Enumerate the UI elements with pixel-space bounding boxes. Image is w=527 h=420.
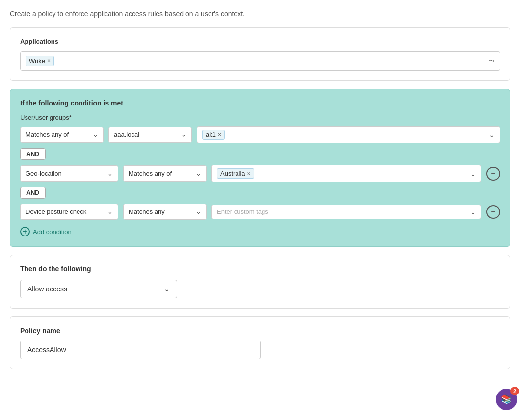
policy-section: Policy name [10,316,510,369]
allow-access-chevron-icon: ⌄ [164,285,170,293]
and-badge-1: AND [20,148,46,160]
add-condition-label: Add condition [33,228,72,236]
wrike-tag-remove[interactable]: × [47,58,51,64]
user-groups-label: User/user groups* [20,114,500,121]
row2-remove-icon: − [491,170,495,178]
row3-matches-chevron-icon: ⌄ [196,208,201,215]
applications-select[interactable]: Wrike × ⤳ [20,51,500,71]
row2-tags-chevron-icon: ⌄ [470,170,476,178]
row1-tags-select[interactable]: ak1 × ⌄ [197,126,500,143]
row2-geolocation-chevron-icon: ⌄ [107,170,113,177]
row3-device-dropdown[interactable]: Device posture check ⌄ [20,204,118,220]
applications-tags-row: Wrike × [26,56,489,66]
row3-matches-label: Matches any [129,208,192,215]
row1-domain-dropdown[interactable]: aaa.local ⌄ [108,127,192,143]
row1-matches-chevron-icon: ⌄ [93,131,98,138]
row3-device-label: Device posture check [26,208,104,215]
row2-geolocation-label: Geo-location [26,170,104,177]
help-badge-count: 2 [510,387,519,395]
row2-geolocation-dropdown[interactable]: Geo-location ⌄ [20,165,118,182]
allow-access-label: Allow access [27,285,67,293]
row3-remove-icon: − [491,208,495,216]
policy-name-label: Policy name [20,327,500,335]
condition-row-2: Geo-location ⌄ Matches any of ⌄ Australi… [20,165,500,182]
row2-tags-select[interactable]: Australia × ⌄ [211,165,481,182]
condition-section: If the following condition is met User/u… [10,89,510,247]
ak1-tag: ak1 × [202,130,225,140]
row2-remove-button[interactable]: − [486,167,500,181]
ak1-tag-remove[interactable]: × [218,132,221,138]
australia-tag: Australia × [217,168,254,179]
row1-tags-row: ak1 × [202,130,489,140]
row1-tags-chevron-icon: ⌄ [489,131,495,139]
help-badge[interactable]: 2 📚 [496,389,517,410]
condition-row-3: Device posture check ⌄ Matches any ⌄ Ent… [20,204,500,220]
add-condition-plus-icon: + [20,227,30,236]
row2-matches-label: Matches any of [129,170,192,177]
add-condition-button[interactable]: + Add condition [20,227,72,236]
page-description: Create a policy to enforce application a… [10,10,510,18]
row1-matches-dropdown[interactable]: Matches any of ⌄ [20,127,104,143]
row1-domain-label: aaa.local [114,131,177,138]
row1-matches-label: Matches any of [26,131,89,138]
row3-custom-tags-chevron-icon: ⌄ [470,208,476,216]
ak1-tag-label: ak1 [206,131,216,138]
wrike-tag-label: Wrike [29,57,45,65]
then-title: Then do the following [20,265,500,273]
row2-matches-dropdown[interactable]: Matches any of ⌄ [123,165,207,182]
row3-remove-button[interactable]: − [486,205,500,219]
and-badge-2: AND [20,187,46,199]
applications-chevron-icon: ⤳ [489,57,495,65]
row3-device-chevron-icon: ⌄ [107,208,113,215]
row3-custom-tags-select[interactable]: Enter custom tags ⌄ [211,205,481,219]
condition-row-1: Matches any of ⌄ aaa.local ⌄ ak1 × ⌄ [20,126,500,143]
row2-matches-chevron-icon: ⌄ [196,170,201,177]
policy-name-input[interactable] [20,341,261,359]
row1-domain-chevron-icon: ⌄ [181,131,186,138]
help-icon: 📚 [501,394,512,405]
allow-access-dropdown[interactable]: Allow access ⌄ [20,280,177,298]
australia-tag-label: Australia [220,170,245,177]
applications-section: Applications Wrike × ⤳ [10,27,510,81]
australia-tag-remove[interactable]: × [247,171,251,177]
wrike-tag: Wrike × [26,56,54,66]
row3-custom-tags-placeholder: Enter custom tags [217,208,268,215]
applications-label: Applications [20,38,500,45]
condition-title: If the following condition is met [20,99,500,107]
then-section: Then do the following Allow access ⌄ [10,255,510,309]
row2-tags-row: Australia × [217,168,470,179]
row3-matches-dropdown[interactable]: Matches any ⌄ [123,204,207,220]
